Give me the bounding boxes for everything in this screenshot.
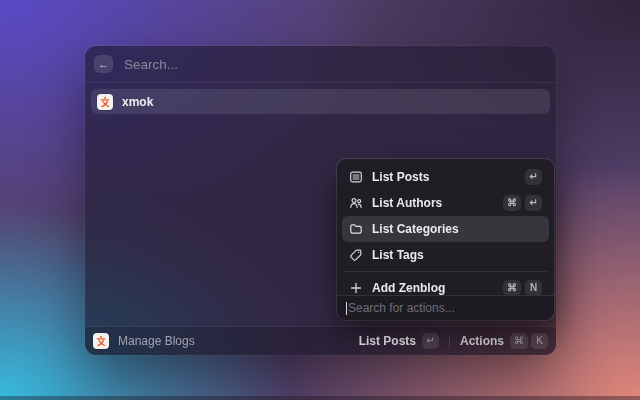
k-key-badge: K — [531, 333, 548, 349]
actions-panel: List Posts ↵ List Authors — [337, 159, 554, 320]
actions-section-divider — [344, 271, 547, 272]
cmd-key-badge: ⌘ — [503, 195, 521, 211]
actions-menu-button[interactable]: Actions — [460, 334, 504, 348]
status-bar-app: Manage Blogs — [93, 333, 195, 349]
return-key-badge: ↵ — [422, 333, 439, 349]
return-key-badge: ↵ — [525, 195, 542, 211]
return-key-badge: ↵ — [525, 169, 542, 185]
screen-edge-strip — [0, 396, 640, 400]
app-name-label: Manage Blogs — [118, 334, 195, 348]
action-label: Add Zenblog — [372, 281, 445, 295]
search-header: ← Search... — [85, 46, 556, 83]
search-input[interactable]: Search... — [124, 57, 178, 72]
cmd-key-badge: ⌘ — [510, 333, 528, 349]
desktop-background: ← Search... xmok — [0, 0, 640, 400]
n-key-badge: N — [525, 280, 542, 295]
status-bar: Manage Blogs List Posts ↵ Actions ⌘ K — [85, 326, 556, 355]
action-item-list-tags[interactable]: List Tags — [342, 242, 549, 268]
tag-icon — [349, 248, 363, 262]
actions-search-placeholder: Search for actions... — [348, 301, 455, 315]
action-item-add-zenblog[interactable]: Add Zenblog ⌘ N — [342, 275, 549, 295]
back-button[interactable]: ← — [94, 55, 113, 73]
list-icon — [349, 170, 363, 184]
zenblog-logo-icon — [97, 94, 113, 110]
folder-icon — [349, 222, 363, 236]
zenblog-logo-icon — [93, 333, 109, 349]
action-item-list-authors[interactable]: List Authors ⌘ ↵ — [342, 190, 549, 216]
action-label: List Tags — [372, 248, 424, 262]
actions-list: List Posts ↵ List Authors — [337, 159, 554, 295]
text-cursor — [346, 302, 347, 315]
list-item-xmok[interactable]: xmok — [91, 89, 550, 114]
footer-divider — [449, 335, 450, 348]
people-icon — [349, 196, 363, 210]
action-item-list-categories[interactable]: List Categories — [342, 216, 549, 242]
plus-icon — [349, 281, 363, 295]
action-label: List Posts — [372, 170, 429, 184]
actions-search-field[interactable]: Search for actions... — [337, 295, 554, 320]
action-label: List Categories — [372, 222, 459, 236]
action-item-list-posts[interactable]: List Posts ↵ — [342, 164, 549, 190]
list-item-title: xmok — [122, 95, 153, 109]
action-label: List Authors — [372, 196, 442, 210]
primary-action-button[interactable]: List Posts — [359, 334, 416, 348]
cmd-key-badge: ⌘ — [503, 280, 521, 295]
